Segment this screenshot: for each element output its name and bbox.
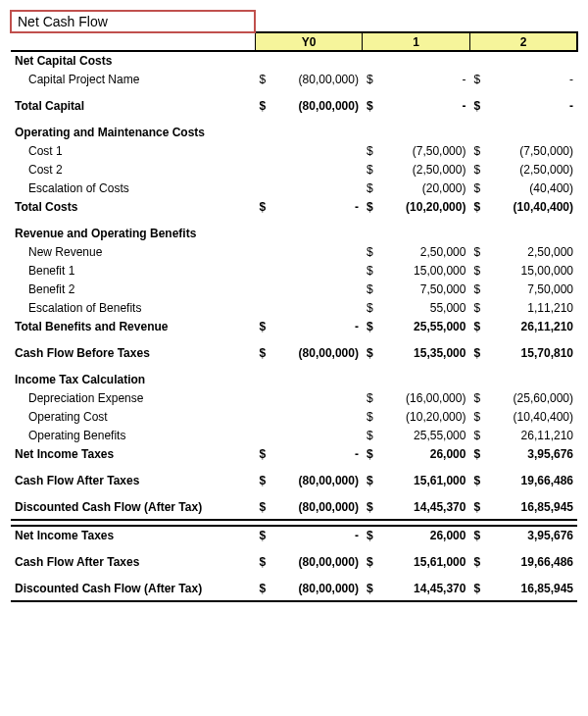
tax-label: Income Tax Calculation — [11, 370, 255, 388]
benefit2-label: Benefit 2 — [11, 280, 255, 298]
rep-cfat-label: Cash Flow After Taxes — [11, 552, 255, 571]
header-row: Y0 1 2 — [11, 32, 577, 51]
rep-nit-label: Net Income Taxes — [11, 526, 255, 544]
esc-benefits-label: Escalation of Benefits — [11, 298, 255, 317]
col-y2: 2 — [469, 32, 577, 51]
esc-costs-label: Escalation of Costs — [11, 179, 255, 197]
cost1-label: Cost 1 — [11, 141, 255, 160]
cfbt-label: Cash Flow Before Taxes — [11, 343, 255, 362]
rep-dcf-label: Discounted Cash Flow (After Tax) — [11, 579, 255, 597]
col-y1: 1 — [363, 32, 470, 51]
newrev-label: New Revenue — [11, 242, 255, 261]
benefit1-label: Benefit 1 — [11, 261, 255, 280]
col-y0: Y0 — [255, 32, 363, 51]
opcost-label: Operating Cost — [11, 407, 255, 426]
net-capital-costs-label: Net Capital Costs — [11, 51, 255, 70]
capital-project-label: Capital Project Name — [11, 70, 255, 88]
net-income-taxes-label: Net Income Taxes — [11, 444, 255, 463]
omc-label: Operating and Maintenance Costs — [11, 123, 255, 141]
rev-label: Revenue and Operating Benefits — [11, 224, 255, 242]
total-benefits-label: Total Benefits and Revenue — [11, 317, 255, 335]
cash-flow-table: Net Cash Flow Y0 1 2 Net Capital Costs C… — [10, 10, 578, 602]
dcf-label: Discounted Cash Flow (After Tax) — [11, 497, 255, 516]
opben-label: Operating Benefits — [11, 426, 255, 444]
dep-label: Depreciation Expense — [11, 388, 255, 407]
cfat-label: Cash Flow After Taxes — [11, 471, 255, 489]
total-capital-label: Total Capital — [11, 96, 255, 115]
total-costs-label: Total Costs — [11, 197, 255, 216]
title-cell: Net Cash Flow — [11, 11, 255, 32]
cost2-label: Cost 2 — [11, 160, 255, 179]
